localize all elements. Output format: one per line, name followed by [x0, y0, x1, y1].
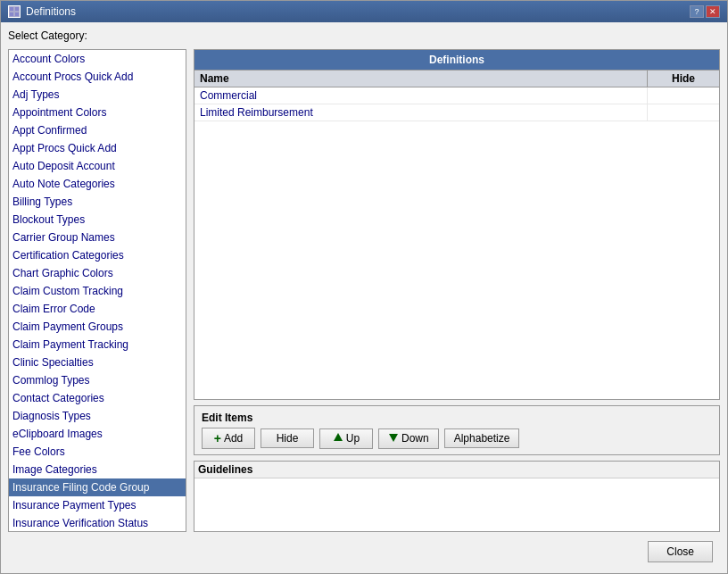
- svg-rect-3: [15, 12, 19, 16]
- category-item[interactable]: Account Procs Quick Add: [9, 68, 186, 86]
- table-col-headers: Name Hide: [194, 70, 719, 87]
- category-item[interactable]: Claim Custom Tracking: [9, 282, 186, 300]
- category-item[interactable]: Fee Colors: [9, 443, 186, 461]
- table-header: Definitions Name Hide: [194, 50, 719, 87]
- help-button[interactable]: ?: [690, 5, 704, 18]
- guidelines-section: Guidelines: [194, 461, 720, 532]
- category-item[interactable]: Claim Error Code: [9, 300, 186, 318]
- table-body[interactable]: Commercial Limited Reimbursement: [194, 87, 719, 399]
- title-bar: Definitions ? ✕: [1, 1, 727, 22]
- hide-button[interactable]: Hide: [261, 428, 314, 448]
- cell-hide: [648, 87, 719, 104]
- category-item[interactable]: Contact Categories: [9, 389, 186, 407]
- category-item[interactable]: Commlog Types: [9, 371, 186, 389]
- svg-rect-2: [10, 12, 13, 16]
- category-item[interactable]: Appointment Colors: [9, 104, 186, 121]
- category-item[interactable]: Clinic Specialties: [9, 354, 186, 371]
- svg-marker-4: [334, 433, 343, 441]
- up-button[interactable]: Up: [319, 428, 373, 449]
- category-item[interactable]: Blockout Types: [9, 211, 186, 229]
- category-item[interactable]: Account Colors: [9, 50, 186, 68]
- up-label: Up: [346, 432, 360, 445]
- col-name-header: Name: [194, 71, 648, 87]
- select-category-label: Select Category:: [8, 29, 720, 42]
- close-main-button[interactable]: Close: [648, 541, 713, 562]
- svg-marker-5: [389, 434, 398, 442]
- category-item[interactable]: eClipboard Images: [9, 425, 186, 443]
- right-panel: Definitions Name Hide Commercial Limited…: [194, 49, 720, 532]
- down-button[interactable]: Down: [378, 428, 439, 449]
- add-button[interactable]: + Add: [202, 428, 255, 449]
- svg-rect-0: [10, 7, 13, 11]
- left-panel: Account ColorsAccount Procs Quick AddAdj…: [8, 49, 186, 532]
- window-icon: [8, 5, 21, 18]
- category-item[interactable]: Certification Categories: [9, 246, 186, 264]
- category-item[interactable]: Adj Types: [9, 86, 186, 104]
- add-icon: +: [214, 431, 221, 445]
- definitions-table: Definitions Name Hide Commercial Limited…: [194, 49, 720, 400]
- category-item[interactable]: Chart Graphic Colors: [9, 264, 186, 282]
- add-label: Add: [224, 432, 243, 445]
- edit-buttons: + Add Hide Up: [202, 428, 712, 449]
- bottom-bar: Close: [8, 537, 720, 566]
- category-item[interactable]: Auto Note Categories: [9, 175, 186, 193]
- cell-name: Commercial: [194, 87, 648, 104]
- hide-label: Hide: [277, 432, 299, 445]
- category-item[interactable]: Billing Types: [9, 193, 186, 211]
- table-row[interactable]: Limited Reimbursement: [194, 104, 719, 121]
- cell-hide: [648, 104, 719, 121]
- category-item[interactable]: Image Categories: [9, 461, 186, 478]
- col-hide-header: Hide: [648, 71, 719, 87]
- guidelines-content[interactable]: [194, 478, 719, 531]
- title-bar-controls: ? ✕: [690, 5, 720, 18]
- category-item[interactable]: Claim Payment Groups: [9, 318, 186, 336]
- up-arrow-icon: [333, 432, 343, 445]
- category-item[interactable]: Appt Procs Quick Add: [9, 139, 186, 157]
- window-title: Definitions: [26, 5, 76, 18]
- category-item[interactable]: Insurance Filing Code Group: [9, 478, 186, 496]
- category-item[interactable]: Insurance Verification Status: [9, 514, 186, 531]
- alphabetize-button[interactable]: Alphabetize: [444, 428, 520, 448]
- category-item[interactable]: Insurance Payment Types: [9, 496, 186, 514]
- table-row[interactable]: Commercial: [194, 87, 719, 104]
- down-label: Down: [401, 432, 429, 445]
- title-bar-left: Definitions: [8, 5, 76, 18]
- category-list[interactable]: Account ColorsAccount Procs Quick AddAdj…: [9, 50, 186, 531]
- main-window: Definitions ? ✕ Select Category: Account…: [0, 0, 728, 574]
- category-item[interactable]: Claim Payment Tracking: [9, 336, 186, 354]
- edit-items-section: Edit Items + Add Hide: [194, 405, 720, 455]
- main-area: Account ColorsAccount Procs Quick AddAdj…: [8, 49, 720, 532]
- alphabetize-label: Alphabetize: [454, 432, 510, 445]
- window-close-button[interactable]: ✕: [706, 5, 720, 18]
- cell-name: Limited Reimbursement: [194, 104, 648, 121]
- svg-rect-1: [15, 7, 19, 11]
- category-item[interactable]: Carrier Group Names: [9, 229, 186, 246]
- guidelines-label: Guidelines: [194, 462, 719, 478]
- category-item[interactable]: Appt Confirmed: [9, 121, 186, 139]
- category-item[interactable]: Diagnosis Types: [9, 407, 186, 425]
- edit-items-label: Edit Items: [202, 412, 712, 424]
- category-item[interactable]: Auto Deposit Account: [9, 157, 186, 175]
- down-arrow-icon: [388, 432, 399, 445]
- window-content: Select Category: Account ColorsAccount P…: [1, 22, 727, 573]
- table-title: Definitions: [194, 50, 719, 70]
